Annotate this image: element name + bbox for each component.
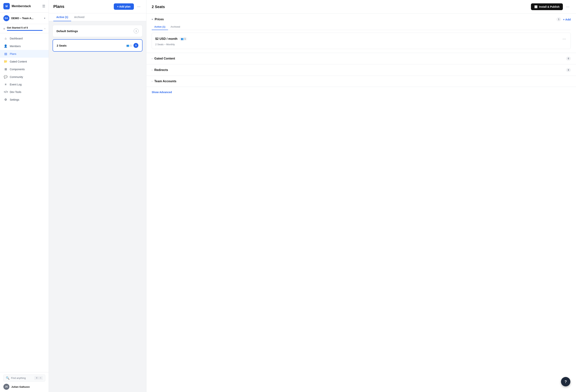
- sidebar-item-dashboard[interactable]: ⌂ Dashboard: [0, 35, 49, 42]
- help-button[interactable]: ?: [561, 377, 570, 386]
- sidebar-item-community[interactable]: 💬 Community: [0, 73, 49, 81]
- plans-list: Default Settings ℹ 2 Seats 👥 1 $: [49, 21, 146, 392]
- gated-content-title-row: › Gated Content: [152, 57, 175, 60]
- sidebar-item-members[interactable]: 👤 Members: [0, 42, 49, 50]
- plan-type-icon: $: [134, 43, 138, 48]
- prices-title-row: ▾ Prices: [152, 18, 164, 21]
- get-started-label: Get Started 5 of 5: [7, 26, 43, 29]
- main-content: Plans + Add plan ⋯ Active (1) Archived D…: [49, 0, 576, 392]
- sidebar-item-event-log[interactable]: ≡ Event Log: [0, 81, 49, 88]
- sidebar-item-label: Community: [10, 76, 23, 79]
- detail-more-options-button[interactable]: ⋯: [565, 4, 571, 10]
- price-amount: $2 USD / month 👥 1: [155, 37, 187, 41]
- team-accounts-title-row: › Team Accounts: [152, 80, 176, 83]
- tab-prices-active[interactable]: Active (1): [152, 24, 168, 30]
- sidebar-item-label: Gated Content: [10, 60, 27, 63]
- prices-tabs: Active (1) Archived: [152, 24, 571, 30]
- price-description: 2 Seats – Monthly: [155, 43, 567, 46]
- plans-panel-header: Plans + Add plan ⋯: [49, 0, 146, 13]
- tab-prices-archived[interactable]: Archived: [168, 24, 183, 30]
- sidebar-item-plans[interactable]: ▤ Plans: [0, 50, 49, 58]
- search-icon: 🔍: [6, 376, 10, 380]
- sidebar-footer: 🔍 Find anything ⌘ + K JG Julian Galluzzo: [0, 372, 49, 392]
- members-icon: 👤: [4, 44, 7, 48]
- tab-plans-active[interactable]: Active (1): [53, 13, 71, 21]
- redirects-section: › Redirects 0: [146, 64, 576, 76]
- plan-card-2-seats[interactable]: 2 Seats 👥 1 $: [53, 39, 143, 52]
- sidebar-item-label: Settings: [10, 98, 19, 101]
- keyboard-shortcut-badge: ⌘ + K: [34, 376, 43, 380]
- install-publish-button[interactable]: ⬜ Install & Publish: [531, 3, 563, 10]
- sidebar-item-label: Event Log: [10, 83, 22, 86]
- prices-section-actions: 1 + Add: [556, 17, 571, 21]
- plan-card-default-settings[interactable]: Default Settings ℹ: [53, 25, 143, 37]
- gated-content-header[interactable]: › Gated Content 0: [152, 57, 571, 60]
- price-more-options-button[interactable]: ⋯: [561, 36, 567, 42]
- install-icon: ⬜: [534, 5, 538, 8]
- gated-content-badge: 0: [566, 57, 571, 60]
- prices-section-header[interactable]: ▾ Prices 1 + Add: [152, 17, 571, 21]
- sidebar-item-label: Components: [10, 68, 25, 71]
- detail-header-actions: ⬜ Install & Publish ⋯: [531, 3, 571, 10]
- event-log-icon: ≡: [4, 83, 7, 86]
- chevron-right-icon: ›: [152, 69, 152, 71]
- sidebar-item-gated-content[interactable]: 📁 Gated Content: [0, 58, 49, 65]
- add-plan-button[interactable]: + Add plan: [114, 3, 134, 10]
- info-icon: ℹ: [134, 28, 139, 33]
- add-price-button[interactable]: + Add: [563, 18, 571, 21]
- sidebar-item-settings[interactable]: ⚙ Settings: [0, 96, 49, 103]
- price-item-header: $2 USD / month 👥 1 ⋯: [155, 36, 567, 42]
- folder-icon: 📁: [4, 60, 7, 63]
- team-switcher[interactable]: DA DEMO – Team A... ▾: [0, 13, 49, 24]
- app-logo: M Memberstack: [3, 3, 31, 9]
- sidebar-item-label: Dev Tools: [10, 90, 21, 93]
- install-publish-label: Install & Publish: [539, 5, 559, 8]
- plans-more-options-button[interactable]: ⋯: [136, 3, 142, 10]
- get-started-icon: ≡: [3, 27, 5, 30]
- redirects-title: Redirects: [154, 68, 168, 72]
- prices-count-badge: 1: [556, 17, 561, 21]
- seats-icon: 👥: [181, 38, 184, 40]
- chevron-right-icon: ›: [152, 57, 152, 60]
- app-name: Memberstack: [12, 4, 31, 8]
- plans-header-actions: + Add plan ⋯: [114, 3, 142, 10]
- tab-plans-archived[interactable]: Archived: [71, 13, 87, 21]
- menu-toggle-icon[interactable]: ☰: [42, 4, 45, 8]
- chevron-down-icon: ▾: [152, 18, 153, 21]
- redirects-header[interactable]: › Redirects 0: [152, 68, 571, 72]
- show-advanced-button[interactable]: Show Advanced: [146, 87, 177, 97]
- price-item: $2 USD / month 👥 1 ⋯ 2 Seats – Monthly: [152, 33, 571, 49]
- redirects-badge: 0: [566, 68, 571, 72]
- progress-bar-container: [7, 30, 43, 31]
- get-started-section[interactable]: ≡ Get Started 5 of 5 ›: [0, 24, 49, 33]
- progress-bar-fill: [7, 30, 43, 31]
- sidebar-item-dev-tools[interactable]: </> Dev Tools: [0, 88, 49, 96]
- team-accounts-title: Team Accounts: [154, 80, 176, 83]
- plans-title: Plans: [53, 4, 64, 9]
- sidebar-item-label: Members: [10, 45, 21, 48]
- team-accounts-header[interactable]: › Team Accounts: [152, 80, 571, 83]
- gated-content-title: Gated Content: [154, 57, 175, 60]
- members-count: 1: [130, 44, 132, 47]
- plan-card-name: Default Settings: [57, 29, 78, 33]
- plans-panel: Plans + Add plan ⋯ Active (1) Archived D…: [49, 0, 146, 392]
- nav-section: ⌂ Dashboard 👤 Members ▤ Plans 📁 Gated Co…: [0, 33, 49, 372]
- plan-card-right: ℹ: [134, 28, 139, 33]
- components-icon: ⊞: [4, 67, 7, 71]
- sidebar-item-components[interactable]: ⊞ Components: [0, 65, 49, 73]
- members-badge: 👥 1: [126, 44, 132, 47]
- find-anything-bar[interactable]: 🔍 Find anything ⌘ + K: [3, 375, 45, 382]
- get-started-content: Get Started 5 of 5: [7, 26, 43, 31]
- redirects-title-row: › Redirects: [152, 68, 168, 72]
- chevron-right-icon: ›: [152, 80, 152, 83]
- plan-card-name: 2 Seats: [57, 44, 67, 47]
- dev-tools-icon: </>: [4, 90, 7, 94]
- sidebar-item-label: Dashboard: [10, 37, 23, 40]
- community-icon: 💬: [4, 75, 7, 79]
- sidebar-header: M Memberstack ☰: [0, 0, 49, 13]
- settings-icon: ⚙: [4, 98, 7, 101]
- price-value: $2 USD / month: [155, 37, 177, 41]
- find-anything-label: Find anything: [11, 377, 33, 379]
- prices-section-title: Prices: [155, 18, 164, 21]
- members-icon: 👥: [126, 44, 129, 47]
